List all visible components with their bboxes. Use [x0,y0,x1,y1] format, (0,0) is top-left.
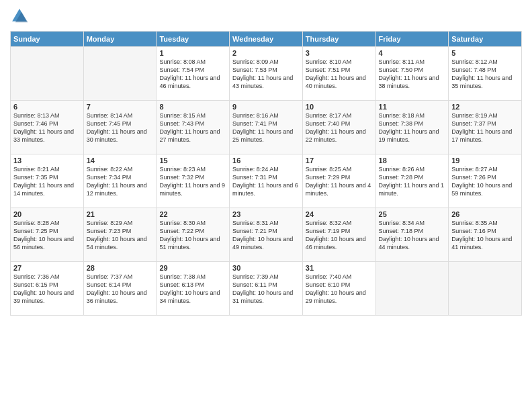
day-info: Sunrise: 8:09 AM Sunset: 7:53 PM Dayligh… [232,58,300,91]
calendar-cell: 2Sunrise: 8:09 AM Sunset: 7:53 PM Daylig… [230,47,303,101]
day-number: 15 [159,156,226,165]
day-info: Sunrise: 7:39 AM Sunset: 6:11 PM Dayligh… [232,273,300,306]
logo-icon [10,7,29,26]
calendar-cell: 31Sunrise: 7:40 AM Sunset: 6:10 PM Dayli… [302,262,375,316]
calendar-cell [11,47,84,101]
calendar-cell: 18Sunrise: 8:26 AM Sunset: 7:28 PM Dayli… [375,154,449,208]
day-info: Sunrise: 8:23 AM Sunset: 7:32 PM Dayligh… [159,165,226,198]
calendar-cell: 21Sunrise: 8:29 AM Sunset: 7:23 PM Dayli… [83,208,157,262]
header-thursday: Thursday [302,32,375,47]
day-number: 18 [379,156,446,165]
calendar-cell: 6Sunrise: 8:13 AM Sunset: 7:46 PM Daylig… [11,101,84,154]
day-number: 2 [232,49,300,57]
day-number: 1 [159,49,226,57]
calendar-cell: 1Sunrise: 8:08 AM Sunset: 7:54 PM Daylig… [157,47,230,101]
calendar-cell: 29Sunrise: 7:38 AM Sunset: 6:13 PM Dayli… [157,262,230,316]
header-saturday: Saturday [449,32,522,47]
day-number: 24 [306,210,373,218]
calendar-cell: 5Sunrise: 8:12 AM Sunset: 7:48 PM Daylig… [449,47,522,101]
day-info: Sunrise: 8:27 AM Sunset: 7:26 PM Dayligh… [451,165,519,198]
calendar-header-row: SundayMondayTuesdayWednesdayThursdayFrid… [11,32,522,47]
day-info: Sunrise: 8:10 AM Sunset: 7:51 PM Dayligh… [306,58,373,91]
day-info: Sunrise: 8:12 AM Sunset: 7:48 PM Dayligh… [451,58,519,91]
calendar-cell: 23Sunrise: 8:31 AM Sunset: 7:21 PM Dayli… [230,208,303,262]
calendar-cell: 12Sunrise: 8:19 AM Sunset: 7:37 PM Dayli… [449,101,522,154]
day-info: Sunrise: 8:28 AM Sunset: 7:25 PM Dayligh… [13,219,81,252]
day-info: Sunrise: 8:21 AM Sunset: 7:35 PM Dayligh… [13,165,81,198]
header-monday: Monday [83,32,157,47]
calendar-cell: 15Sunrise: 8:23 AM Sunset: 7:32 PM Dayli… [157,154,230,208]
calendar-week-1: 1Sunrise: 8:08 AM Sunset: 7:54 PM Daylig… [11,47,522,101]
calendar-cell: 27Sunrise: 7:36 AM Sunset: 6:15 PM Dayli… [11,262,84,316]
day-number: 6 [13,103,81,111]
header-wednesday: Wednesday [230,32,303,47]
calendar-cell: 10Sunrise: 8:17 AM Sunset: 7:40 PM Dayli… [302,101,375,154]
day-number: 10 [306,103,373,111]
day-info: Sunrise: 8:08 AM Sunset: 7:54 PM Dayligh… [159,58,226,91]
day-number: 31 [306,264,373,272]
calendar-cell: 17Sunrise: 8:25 AM Sunset: 7:29 PM Dayli… [302,154,375,208]
day-info: Sunrise: 8:16 AM Sunset: 7:41 PM Dayligh… [232,111,300,144]
calendar-week-2: 6Sunrise: 8:13 AM Sunset: 7:46 PM Daylig… [11,101,522,154]
day-info: Sunrise: 7:36 AM Sunset: 6:15 PM Dayligh… [13,273,81,306]
calendar-cell: 22Sunrise: 8:30 AM Sunset: 7:22 PM Dayli… [157,208,230,262]
calendar-cell: 14Sunrise: 8:22 AM Sunset: 7:34 PM Dayli… [83,154,157,208]
calendar-cell: 19Sunrise: 8:27 AM Sunset: 7:26 PM Dayli… [449,154,522,208]
day-info: Sunrise: 8:35 AM Sunset: 7:16 PM Dayligh… [451,219,519,252]
header [10,7,522,26]
day-number: 29 [159,264,226,272]
day-info: Sunrise: 8:19 AM Sunset: 7:37 PM Dayligh… [451,111,519,144]
calendar-cell: 9Sunrise: 8:16 AM Sunset: 7:41 PM Daylig… [230,101,303,154]
day-number: 17 [306,156,373,165]
day-info: Sunrise: 7:40 AM Sunset: 6:10 PM Dayligh… [306,273,373,306]
day-info: Sunrise: 8:34 AM Sunset: 7:18 PM Dayligh… [379,219,446,252]
calendar-cell: 4Sunrise: 8:11 AM Sunset: 7:50 PM Daylig… [375,47,449,101]
day-number: 25 [379,210,446,218]
day-info: Sunrise: 8:14 AM Sunset: 7:45 PM Dayligh… [87,111,154,144]
day-info: Sunrise: 8:30 AM Sunset: 7:22 PM Dayligh… [159,219,226,252]
calendar-cell: 13Sunrise: 8:21 AM Sunset: 7:35 PM Dayli… [11,154,84,208]
day-number: 8 [159,103,226,111]
day-number: 11 [379,103,446,111]
day-info: Sunrise: 8:18 AM Sunset: 7:38 PM Dayligh… [379,111,446,144]
calendar-cell: 26Sunrise: 8:35 AM Sunset: 7:16 PM Dayli… [449,208,522,262]
header-sunday: Sunday [11,32,84,47]
calendar-cell: 24Sunrise: 8:32 AM Sunset: 7:19 PM Dayli… [302,208,375,262]
day-info: Sunrise: 8:15 AM Sunset: 7:43 PM Dayligh… [159,111,226,144]
page: SundayMondayTuesdayWednesdayThursdayFrid… [0,0,532,411]
day-number: 7 [87,103,154,111]
day-number: 3 [306,49,373,57]
day-info: Sunrise: 8:24 AM Sunset: 7:31 PM Dayligh… [232,165,300,198]
day-number: 16 [232,156,300,165]
header-friday: Friday [375,32,449,47]
header-tuesday: Tuesday [157,32,230,47]
calendar-week-4: 20Sunrise: 8:28 AM Sunset: 7:25 PM Dayli… [11,208,522,262]
calendar-cell: 8Sunrise: 8:15 AM Sunset: 7:43 PM Daylig… [157,101,230,154]
day-info: Sunrise: 8:26 AM Sunset: 7:28 PM Dayligh… [379,165,446,198]
day-info: Sunrise: 8:25 AM Sunset: 7:29 PM Dayligh… [306,165,373,198]
calendar-cell: 7Sunrise: 8:14 AM Sunset: 7:45 PM Daylig… [83,101,157,154]
day-number: 5 [451,49,519,57]
calendar-cell: 3Sunrise: 8:10 AM Sunset: 7:51 PM Daylig… [302,47,375,101]
day-number: 27 [13,264,81,272]
logo [10,7,32,26]
calendar-cell: 16Sunrise: 8:24 AM Sunset: 7:31 PM Dayli… [230,154,303,208]
calendar-cell: 25Sunrise: 8:34 AM Sunset: 7:18 PM Dayli… [375,208,449,262]
day-number: 14 [87,156,154,165]
day-info: Sunrise: 8:29 AM Sunset: 7:23 PM Dayligh… [87,219,154,252]
calendar-cell: 20Sunrise: 8:28 AM Sunset: 7:25 PM Dayli… [11,208,84,262]
day-number: 19 [451,156,519,165]
calendar-cell: 11Sunrise: 8:18 AM Sunset: 7:38 PM Dayli… [375,101,449,154]
calendar-cell [375,262,449,316]
day-info: Sunrise: 7:37 AM Sunset: 6:14 PM Dayligh… [87,273,154,306]
day-number: 26 [451,210,519,218]
calendar-cell [449,262,522,316]
day-number: 13 [13,156,81,165]
day-info: Sunrise: 8:32 AM Sunset: 7:19 PM Dayligh… [306,219,373,252]
day-number: 23 [232,210,300,218]
day-number: 28 [87,264,154,272]
calendar-cell [83,47,157,101]
calendar-cell: 30Sunrise: 7:39 AM Sunset: 6:11 PM Dayli… [230,262,303,316]
calendar-week-3: 13Sunrise: 8:21 AM Sunset: 7:35 PM Dayli… [11,154,522,208]
day-info: Sunrise: 7:38 AM Sunset: 6:13 PM Dayligh… [159,273,226,306]
